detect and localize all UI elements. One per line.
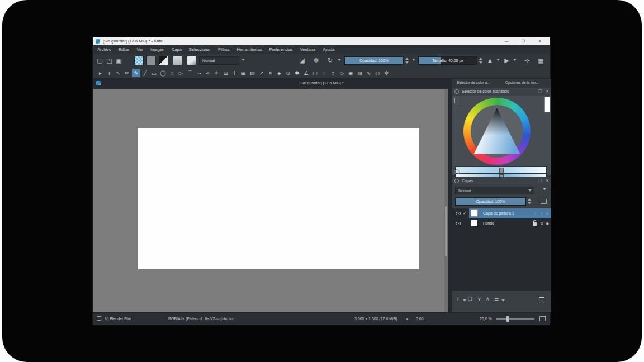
visibility-eye-icon[interactable] [456,222,461,225]
menu-item[interactable]: Filtros [218,47,229,52]
float-docker-icon[interactable]: ❐ [538,178,542,183]
delete-layer-button[interactable] [539,297,544,303]
slider-handle[interactable] [499,168,504,173]
chevron-down-icon[interactable] [501,299,505,302]
tab-color-selector[interactable]: Selector de color a... [457,80,490,84]
brush-size-slider[interactable]: Tamaño: 40,00 px [418,56,477,65]
opacity-spinner[interactable] [405,57,409,64]
select-shapes-tool[interactable]: ▸ [96,69,105,77]
layer-properties-icon[interactable] [541,199,547,204]
add-layer-button[interactable]: + [456,296,460,302]
menu-item[interactable]: Seleccionar [189,47,211,52]
workspace-chooser-icon[interactable]: ▦ [536,56,546,65]
pattern-chooser[interactable] [146,56,156,65]
menu-item[interactable]: Capa [172,47,182,52]
smart-patch-tool[interactable]: ✕ [266,69,274,77]
scrollbar-thumb[interactable] [445,206,447,256]
color-docker-header[interactable]: Selector de color avanzado ❐ ✕ [452,88,551,96]
layer-opacity-slider[interactable]: Opacidad: 100% [455,197,526,206]
freehand-path-tool[interactable]: ↝ [195,69,203,77]
canvas-area[interactable] [93,89,448,312]
layer-style-icon[interactable]: ◉ [546,211,549,216]
panel-splitter[interactable] [448,89,452,312]
zoom-tool[interactable]: ◎ [373,69,382,77]
chevron-down-icon[interactable] [528,189,532,192]
reload-preset-icon[interactable]: ↻ [325,56,335,65]
chevron-down-icon[interactable] [338,59,341,61]
menu-item[interactable]: Ventana [300,47,316,52]
chevron-down-icon[interactable] [513,59,517,61]
menu-item[interactable]: Herramientas [236,47,262,52]
menu-item[interactable]: Imagen [150,47,164,52]
gamut-warning-icon[interactable]: ● [406,317,408,321]
brush-preset-checkbox[interactable] [97,316,101,321]
layer-name[interactable]: Capa de pintura 1 [483,211,514,215]
canvas-only-mode-icon[interactable] [539,316,546,321]
layer-thumbnail[interactable] [471,220,478,227]
tab-tool-options[interactable]: Opciones de la her... [505,80,539,84]
menu-item[interactable]: Archivo [97,47,111,52]
advanced-color-selector[interactable] [452,96,551,175]
zoom-level-text[interactable]: 25,0 % [480,317,492,321]
alpha-lock-icon[interactable]: α [541,221,543,225]
zoom-slider[interactable] [496,318,534,320]
close-button[interactable]: ✕ [536,38,544,45]
chevron-down-icon[interactable] [242,59,245,61]
mirror-vertical-icon[interactable]: ▶ [502,56,512,65]
duplicate-layer-button[interactable]: ❏ [468,296,472,302]
brush-preset-chooser[interactable] [187,56,196,65]
menu-item[interactable]: Ver [137,47,143,52]
text-tool[interactable]: T [105,69,113,77]
selector-settings-icon[interactable] [454,169,460,174]
polygon-tool[interactable]: ⌂ [168,69,176,77]
freehand-select-tool[interactable]: ◉ [347,69,355,77]
calligraphy-tool[interactable]: ✑ [123,69,131,77]
color-settings-icon[interactable] [454,98,460,103]
lock-icon[interactable] [533,222,537,226]
gradient-tool[interactable]: ▨ [248,69,257,77]
preset-options-icon[interactable]: ❁ [311,56,321,65]
move-layer-up-button[interactable]: ∧ [486,296,490,302]
mirror-horizontal-icon[interactable]: ▲ [485,56,495,65]
docker-menu-icon[interactable] [454,89,459,94]
layer-name[interactable]: Fondo [483,221,494,225]
shade-slider-1[interactable] [455,166,547,173]
document-canvas[interactable] [138,128,419,269]
crop-tool[interactable]: ⊞ [239,69,248,77]
reference-images-tool[interactable]: ▢ [311,69,319,77]
dynamic-brush-tool[interactable]: ➾ [203,69,212,77]
layer-row-background[interactable]: Fondo α ◉ [452,218,551,228]
hue-wheel[interactable] [463,98,531,165]
snap-settings-icon[interactable]: ⊹ [522,56,532,65]
line-tool[interactable]: ╱ [141,69,149,77]
bezier-select-tool[interactable]: ▧ [356,69,364,77]
opacity-slider[interactable]: Opacidad: 100% [344,56,404,65]
magnetic-select-tool[interactable]: ∿ [364,69,373,77]
docker-menu-icon[interactable] [454,179,459,183]
foreground-background-colors[interactable] [159,56,168,65]
open-image-icon[interactable]: ◳ [105,56,114,65]
brush-editor-button[interactable] [173,56,182,65]
move-layer-down-button[interactable]: ∨ [477,296,481,302]
fill-tool[interactable]: ◈ [275,69,283,77]
multibrush-tool[interactable]: ✳ [212,69,221,77]
save-icon[interactable]: ▣ [114,56,124,65]
freehand-brush-tool[interactable]: ✎ [132,69,140,77]
rectangle-tool[interactable]: ▭ [150,69,158,77]
layer-blending-mode-dropdown[interactable]: Normal [455,187,533,194]
menu-item[interactable]: Editar [119,47,130,52]
ellipse-tool[interactable]: ◯ [159,69,167,77]
close-docker-icon[interactable]: ✕ [546,178,549,183]
menu-item[interactable]: Preferencias [269,47,292,52]
close-docker-icon[interactable]: ✕ [546,89,549,94]
layer-opacity-spinner[interactable] [527,198,531,205]
layer-filter-icon[interactable]: ▼ [542,187,547,192]
measure-tool[interactable]: ∠ [302,69,310,77]
float-docker-icon[interactable]: ❐ [538,89,542,94]
layers-docker-header[interactable]: Capas ❐ ✕ [452,177,551,185]
blending-mode-dropdown[interactable]: Normal [199,56,239,65]
minimize-button[interactable]: — [502,38,511,45]
move-tool[interactable]: ✛ [230,69,239,77]
layer-options-button[interactable]: ☰ [494,296,499,302]
edit-shapes-tool[interactable]: ↖ [114,69,122,77]
